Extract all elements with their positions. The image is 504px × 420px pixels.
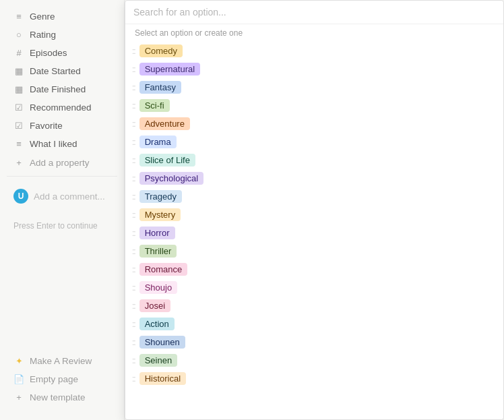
- tag-supernatural: Supernatural: [139, 63, 200, 76]
- empty-page-icon: 📄: [13, 373, 24, 384]
- press-enter-hint: Press Enter to continue: [4, 216, 120, 236]
- tag-josei: Josei: [139, 299, 170, 312]
- action-empty-page[interactable]: 📄 Empty page: [4, 370, 120, 388]
- sidebar-label-rating: Rating: [30, 30, 56, 40]
- dropdown-hint: Select an option or create one: [125, 24, 503, 42]
- sidebar-bottom-actions: ✦ Make A Review 📄 Empty page + New templ…: [0, 351, 124, 413]
- drag-handle-scifi: ::: [132, 101, 135, 111]
- new-template-icon: +: [13, 392, 24, 402]
- search-input[interactable]: [133, 7, 495, 18]
- action-label-new-template: New template: [30, 392, 86, 402]
- tag-action: Action: [139, 318, 175, 330]
- tag-drama: Drama: [139, 136, 177, 148]
- option-shoujo[interactable]: :: Shoujo: [125, 278, 503, 297]
- option-horror[interactable]: :: Horror: [125, 224, 503, 242]
- option-seinen[interactable]: :: Seinen: [125, 351, 503, 369]
- option-shounen[interactable]: :: Shounen: [125, 333, 503, 351]
- option-historical[interactable]: :: Historical: [125, 369, 503, 388]
- drag-handle-horror: ::: [132, 229, 135, 238]
- add-property-button[interactable]: + Add a property: [4, 154, 120, 171]
- tag-seinen: Seinen: [139, 354, 177, 367]
- option-romance[interactable]: :: Romance: [125, 260, 503, 278]
- sidebar-item-date-finished[interactable]: ▦ Date Finished: [4, 80, 120, 98]
- option-sliceoflife[interactable]: :: Slice of Life: [125, 151, 503, 169]
- drag-handle-romance: ::: [132, 265, 135, 274]
- action-make-review[interactable]: ✦ Make A Review: [4, 352, 120, 369]
- sidebar-item-date-started[interactable]: ▦ Date Started: [4, 62, 120, 80]
- calendar-icon: ▦: [13, 65, 24, 76]
- sidebar-label-recommended: Recommended: [30, 102, 92, 113]
- sidebar-divider: [7, 176, 117, 177]
- sidebar-properties-list: ≡ Genre ○ Rating # Episodes ▦ Date Start…: [0, 7, 124, 153]
- tag-shounen: Shounen: [139, 336, 185, 349]
- drag-handle-tragedy: ::: [132, 192, 135, 202]
- tag-sliceoflife: Slice of Life: [139, 154, 195, 167]
- option-comedy[interactable]: :: Comedy: [125, 42, 503, 60]
- sidebar-label-date-started: Date Started: [30, 66, 81, 76]
- make-review-icon: ✦: [13, 355, 24, 366]
- sidebar-item-episodes[interactable]: # Episodes: [4, 44, 120, 61]
- option-scifi[interactable]: :: Sci-fi: [125, 96, 503, 115]
- option-fantasy[interactable]: :: Fantasy: [125, 78, 503, 96]
- option-drama[interactable]: :: Drama: [125, 133, 503, 151]
- drag-handle-drama: ::: [132, 138, 135, 147]
- tag-scifi: Sci-fi: [139, 99, 170, 112]
- drag-handle-josei: ::: [132, 301, 135, 311]
- tag-shoujo: Shoujo: [139, 281, 177, 294]
- check-icon: ☑: [13, 120, 24, 131]
- drag-handle-fantasy: ::: [132, 83, 135, 92]
- drag-handle-historical: ::: [132, 374, 135, 384]
- sidebar-item-recommended[interactable]: ☑ Recommended: [4, 98, 120, 116]
- tag-historical: Historical: [139, 372, 186, 385]
- sidebar-label-genre: Genre: [30, 11, 55, 22]
- search-bar: [125, 1, 503, 24]
- option-thriller[interactable]: :: Thriller: [125, 242, 503, 260]
- drag-handle-mystery: ::: [132, 210, 135, 220]
- tag-fantasy: Fantasy: [139, 81, 181, 94]
- option-tragedy[interactable]: :: Tragedy: [125, 187, 503, 206]
- circle-icon: ○: [13, 29, 24, 40]
- tag-thriller: Thriller: [139, 245, 177, 258]
- drag-handle-shoujo: ::: [132, 283, 135, 293]
- sidebar-label-episodes: Episodes: [30, 48, 67, 58]
- sidebar-item-what-i-liked[interactable]: ≡ What I liked: [4, 135, 120, 152]
- action-new-template[interactable]: + New template: [4, 388, 120, 406]
- plus-icon: +: [13, 157, 24, 168]
- action-label-make-review: Make A Review: [30, 356, 92, 366]
- hash-icon: #: [13, 47, 24, 58]
- options-list: :: Comedy :: Supernatural :: Fantasy :: …: [125, 42, 503, 419]
- option-psychological[interactable]: :: Psychological: [125, 169, 503, 187]
- genre-dropdown: Select an option or create one :: Comedy…: [125, 0, 504, 420]
- option-josei[interactable]: :: Josei: [125, 297, 503, 315]
- tag-horror: Horror: [139, 227, 175, 239]
- calendar-icon: ▦: [13, 84, 24, 94]
- drag-handle-comedy: ::: [132, 47, 135, 56]
- sidebar: ≡ Genre ○ Rating # Episodes ▦ Date Start…: [0, 0, 125, 420]
- option-adventure[interactable]: :: Adventure: [125, 115, 503, 133]
- action-label-empty-page: Empty page: [30, 374, 78, 384]
- drag-handle-seinen: ::: [132, 356, 135, 365]
- tag-romance: Romance: [139, 263, 188, 276]
- drag-handle-action: ::: [132, 320, 135, 329]
- tag-psychological: Psychological: [139, 172, 204, 185]
- sidebar-label-favorite: Favorite: [30, 121, 63, 131]
- tag-comedy: Comedy: [139, 44, 183, 57]
- tag-adventure: Adventure: [139, 117, 190, 130]
- tag-mystery: Mystery: [139, 208, 181, 221]
- drag-handle-adventure: ::: [132, 119, 135, 129]
- option-supernatural[interactable]: :: Supernatural: [125, 60, 503, 78]
- drag-handle-shounen: ::: [132, 338, 135, 347]
- list-icon: ≡: [13, 138, 24, 149]
- sidebar-item-favorite[interactable]: ☑ Favorite: [4, 117, 120, 134]
- sidebar-item-genre[interactable]: ≡ Genre: [4, 7, 120, 25]
- add-property-label: Add a property: [30, 158, 90, 168]
- drag-handle-thriller: ::: [132, 247, 135, 256]
- drag-handle-sliceoflife: ::: [132, 156, 135, 165]
- option-action[interactable]: :: Action: [125, 315, 503, 333]
- add-comment-row[interactable]: U Add a comment...: [4, 183, 120, 209]
- avatar: U: [13, 189, 28, 204]
- sidebar-item-rating[interactable]: ○ Rating: [4, 26, 120, 43]
- check-icon: ☑: [13, 102, 24, 113]
- drag-handle-psychological: ::: [132, 174, 135, 183]
- option-mystery[interactable]: :: Mystery: [125, 206, 503, 224]
